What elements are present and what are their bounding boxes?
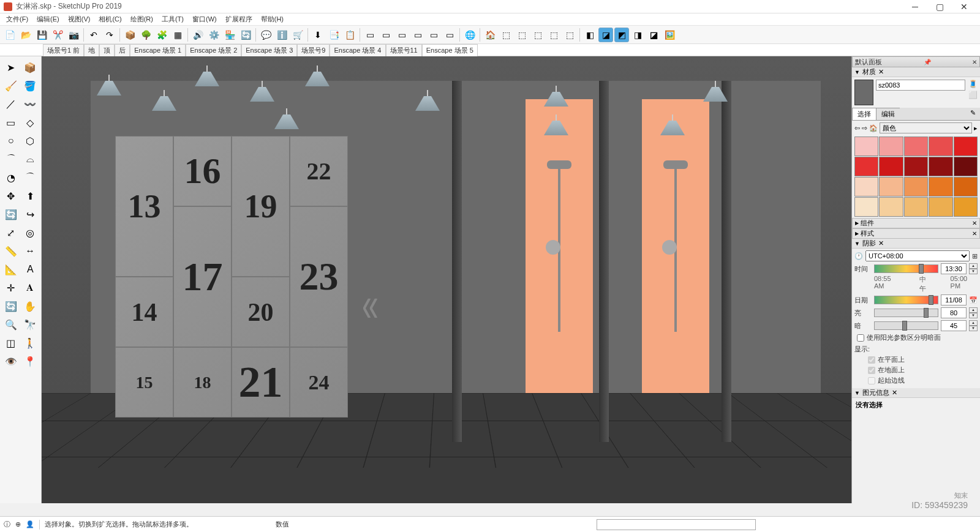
color-swatch[interactable] [854, 137, 878, 156]
select-tool-icon[interactable]: ➤ [2, 59, 20, 76]
back-icon[interactable]: ⇦ [854, 124, 860, 132]
style1-icon[interactable]: ◧ [582, 28, 597, 42]
offset-tool-icon[interactable]: ◎ [21, 224, 40, 241]
pie-tool-icon[interactable]: ◔ [2, 169, 20, 186]
faces-checkbox[interactable] [868, 356, 875, 364]
orbit-tool-icon[interactable]: 🔄 [2, 298, 20, 315]
view5-icon[interactable]: ▭ [426, 28, 441, 42]
ground-checkbox[interactable] [868, 367, 875, 374]
edit-tab[interactable]: 编辑 [876, 108, 900, 120]
line-tool-icon[interactable]: ／ [2, 96, 20, 113]
timezone-select[interactable]: UTC+08:00 [865, 250, 970, 261]
move-tool-icon[interactable]: ✥ [2, 187, 20, 204]
scene-tab[interactable]: Enscape 场景 4 [330, 44, 385, 56]
followme-tool-icon[interactable]: ↪ [21, 206, 40, 223]
calendar-icon[interactable]: 📅 [969, 296, 978, 304]
menu-help[interactable]: 帮助(H) [257, 13, 287, 25]
eyedropper-icon[interactable]: ✎ [965, 108, 980, 120]
menu-edit[interactable]: 编辑(E) [33, 13, 63, 25]
components-header[interactable]: ▶组件✕ [852, 218, 980, 228]
date-slider[interactable] [874, 296, 938, 304]
dark-value[interactable] [941, 320, 967, 331]
new-icon[interactable]: 📄 [2, 28, 17, 42]
color-swatch[interactable] [854, 157, 878, 176]
entity-info-header[interactable]: ▼图元信息✕ [852, 388, 980, 398]
time-value[interactable] [941, 263, 967, 274]
forward-icon[interactable]: ⇨ [862, 124, 867, 132]
iso-icon[interactable]: ⬚ [499, 28, 513, 42]
scene-tab[interactable]: 场景号11 [386, 44, 422, 56]
time-stepper[interactable]: ▲▼ [969, 263, 978, 274]
section-tool-icon[interactable]: ◫ [2, 334, 20, 351]
view2-icon[interactable]: ▭ [379, 28, 393, 42]
top-icon[interactable]: ⬚ [546, 28, 561, 42]
minimize-button[interactable]: ─ [903, 0, 927, 13]
color-swatch[interactable] [879, 197, 903, 217]
render-icon[interactable]: 🖼️ [662, 28, 677, 42]
right-icon[interactable]: ⬚ [530, 28, 545, 42]
zoomext-tool-icon[interactable]: 🔭 [21, 316, 40, 333]
color-swatch[interactable] [854, 177, 878, 197]
color-swatch[interactable] [879, 177, 903, 197]
menu-file[interactable]: 文件(F) [2, 13, 32, 25]
tree-icon[interactable]: 🌳 [138, 28, 153, 42]
arc-tool-icon[interactable]: ⌒ [2, 151, 20, 168]
arc3-tool-icon[interactable]: ⌒ [21, 169, 40, 186]
close-icon[interactable]: ✕ [878, 68, 884, 76]
cart-icon[interactable]: 🛒 [290, 28, 305, 42]
walk-tool-icon[interactable]: 🚶 [21, 334, 40, 351]
info-icon[interactable]: ℹ️ [274, 28, 289, 42]
view6-icon[interactable]: ▭ [442, 28, 457, 42]
close-icon[interactable]: ✕ [972, 59, 977, 66]
color-swatch[interactable] [954, 197, 978, 217]
select-tab[interactable]: 选择 [852, 108, 876, 120]
3dtext-tool-icon[interactable]: 𝐀 [21, 279, 40, 296]
open-icon[interactable]: 📂 [18, 28, 33, 42]
scene-tab[interactable]: 场景号9 [297, 44, 330, 56]
view3-icon[interactable]: ▭ [394, 28, 409, 42]
pushpull-tool-icon[interactable]: ⬆ [21, 187, 40, 204]
send-back-icon[interactable]: ⬇ [311, 28, 325, 42]
front-icon[interactable]: ⬚ [514, 28, 529, 42]
scene-tab[interactable]: 场景号1 前 [43, 44, 84, 56]
person-icon[interactable]: 👤 [26, 520, 34, 528]
polygon-tool-icon[interactable]: ⬡ [21, 132, 40, 149]
paint-tool-icon[interactable]: 🪣 [21, 77, 40, 94]
view4-icon[interactable]: ▭ [410, 28, 425, 42]
color-swatch[interactable] [929, 177, 952, 197]
freehand-tool-icon[interactable]: 〰️ [21, 96, 40, 113]
default-material-icon[interactable]: ⬜ [968, 91, 978, 100]
material-category-select[interactable]: 颜色 [880, 122, 972, 133]
light-stepper[interactable]: ▲▼ [969, 307, 978, 318]
shadow-toggle-icon[interactable]: 🕐 [854, 252, 863, 260]
tape-tool-icon[interactable]: 📏 [2, 242, 20, 260]
scale-tool-icon[interactable]: ⤢ [2, 224, 20, 241]
scene-tab[interactable]: Enscape 场景 2 [186, 44, 241, 56]
menu-camera[interactable]: 相机(C) [95, 13, 125, 25]
grid-icon[interactable]: ▦ [170, 28, 185, 42]
pan-tool-icon[interactable]: ✋ [21, 298, 40, 315]
color-swatch[interactable] [929, 157, 952, 176]
maximize-button[interactable]: ▢ [927, 0, 952, 13]
shadows-header[interactable]: ▼阴影✕ [852, 239, 980, 249]
color-swatch[interactable] [954, 137, 978, 156]
measurements-box[interactable] [597, 519, 756, 530]
chat-icon[interactable]: 💬 [258, 28, 273, 42]
component-tool-icon[interactable]: 📦 [21, 59, 40, 76]
materials-header[interactable]: ▼材质✕ [852, 67, 980, 77]
circle-tool-icon[interactable]: ○ [2, 132, 20, 149]
color-swatch[interactable] [879, 157, 903, 176]
redo-icon[interactable]: ↷ [102, 28, 117, 42]
color-swatch[interactable] [929, 137, 952, 156]
pin-icon[interactable]: 📌 [924, 59, 931, 66]
warehouse-icon[interactable]: 🏪 [222, 28, 237, 42]
globe-icon[interactable]: 🌐 [462, 28, 477, 42]
scene-tab[interactable]: Enscape 场景 3 [241, 44, 297, 56]
color-swatch[interactable] [929, 197, 952, 217]
scene-tab[interactable]: Enscape 场景 1 [130, 44, 186, 56]
light-value[interactable] [941, 307, 967, 318]
material-swatch[interactable] [854, 80, 873, 105]
protractor-tool-icon[interactable]: 📐 [2, 261, 20, 278]
light-slider[interactable] [874, 309, 938, 317]
rotated-rect-icon[interactable]: ◇ [21, 114, 40, 131]
